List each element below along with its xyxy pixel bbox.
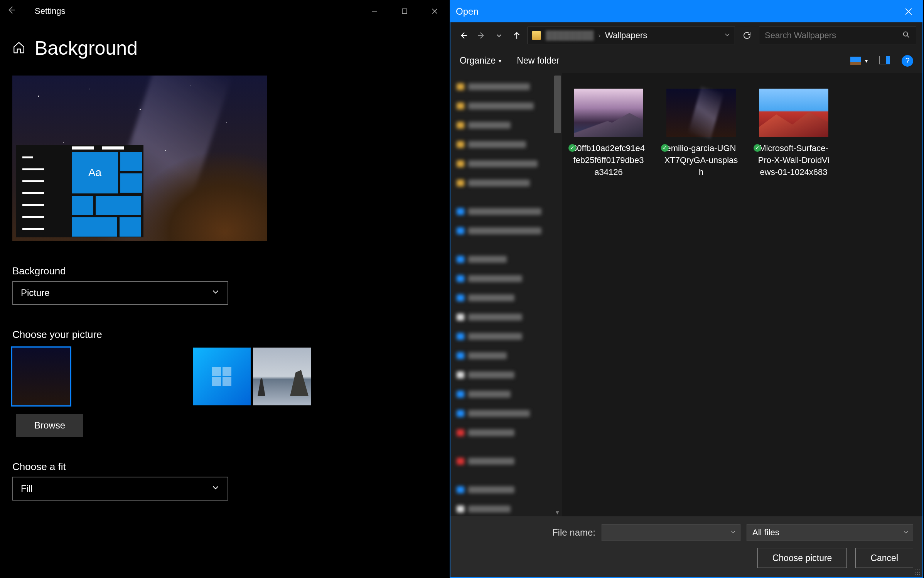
chevron-down-icon[interactable] — [730, 529, 736, 536]
file-name: 30ffb10ad2efc91e4feb25f6ff0179dbe3a34126 — [572, 143, 645, 177]
dialog-sidebar[interactable]: ▲ ▼ — [450, 73, 562, 516]
background-label: Background — [12, 265, 450, 277]
breadcrumb-current[interactable]: Wallpapers — [605, 30, 647, 40]
file-thumbnail — [759, 89, 828, 137]
sync-status-icon: ✓ — [754, 144, 761, 152]
svg-rect-3 — [850, 62, 861, 65]
close-button[interactable] — [420, 0, 450, 22]
search-box[interactable] — [759, 27, 916, 44]
fit-value: Fill — [21, 483, 33, 494]
caret-down-icon: ▾ — [499, 58, 501, 64]
file-thumbnail — [574, 89, 643, 137]
dialog-footer: File name: All files Choose picture Canc… — [450, 516, 922, 577]
dialog-titlebar[interactable]: Open — [450, 1, 922, 22]
folder-icon — [532, 31, 541, 40]
svg-rect-5 — [886, 56, 890, 64]
sidebar-scrollbar[interactable]: ▲ ▼ — [553, 73, 562, 516]
cancel-button[interactable]: Cancel — [855, 548, 913, 568]
preview-tile-aa: Aa — [72, 152, 118, 193]
dialog-close-button[interactable] — [895, 1, 922, 22]
filename-label: File name: — [552, 527, 595, 538]
picture-thumb-3[interactable] — [193, 348, 251, 405]
file-name: emilio-garcia-UGNXT7QryGA-unsplash — [664, 143, 738, 177]
caret-down-icon: ▾ — [865, 58, 868, 64]
sync-status-icon: ✓ — [568, 144, 576, 152]
file-item[interactable]: ✓30ffb10ad2efc91e4feb25f6ff0179dbe3a3412… — [570, 89, 647, 178]
background-preview: Aa — [12, 76, 267, 241]
resize-grip[interactable] — [914, 569, 921, 576]
file-list[interactable]: ✓30ffb10ad2efc91e4feb25f6ff0179dbe3a3412… — [562, 73, 922, 516]
file-item[interactable]: ✓Microsoft-Surface-Pro-X-Wall-DroidViews… — [755, 89, 832, 178]
nav-up-button[interactable] — [510, 29, 524, 42]
minimize-button[interactable] — [359, 0, 389, 22]
maximize-button[interactable] — [389, 0, 420, 22]
dialog-navbar: ████████ › Wallpapers — [450, 22, 922, 49]
new-folder-button[interactable]: New folder — [517, 55, 559, 66]
settings-titlebar: Settings — [0, 0, 450, 22]
window-title: Settings — [35, 6, 66, 16]
svg-point-1 — [904, 32, 908, 36]
nav-back-button[interactable] — [457, 29, 470, 42]
breadcrumb-parent: ████████ — [546, 30, 594, 40]
nav-recent-button[interactable] — [492, 29, 506, 42]
fit-select[interactable]: Fill — [12, 477, 228, 501]
back-button[interactable] — [0, 5, 22, 18]
preview-pane-button[interactable] — [879, 56, 890, 66]
file-name: Microsoft-Surface-Pro-X-Wall-DroidViews-… — [758, 143, 830, 177]
settings-window: Settings Background — [0, 0, 450, 578]
file-item[interactable]: ✓emilio-garcia-UGNXT7QryGA-unsplash — [663, 89, 740, 178]
organize-label: Organize — [460, 55, 496, 66]
choose-fit-label: Choose a fit — [12, 461, 450, 473]
home-icon[interactable] — [12, 41, 25, 55]
picture-thumb-2[interactable] — [133, 348, 191, 405]
page-title: Background — [35, 37, 138, 59]
preview-startmenu-list — [16, 145, 70, 237]
preview-startmenu-tiles: Aa — [70, 145, 143, 237]
background-type-select[interactable]: Picture — [12, 281, 228, 305]
file-thumbnail — [666, 89, 736, 137]
chevron-down-icon — [211, 483, 220, 494]
new-folder-label: New folder — [517, 55, 559, 66]
filter-value: All files — [752, 528, 779, 538]
file-type-filter[interactable]: All files — [747, 524, 913, 541]
filename-input[interactable] — [602, 524, 740, 541]
choose-picture-button[interactable]: Choose picture — [757, 548, 847, 568]
scrollbar-thumb[interactable] — [554, 76, 561, 133]
dialog-toolbar: Organize ▾ New folder ▾ ? — [450, 49, 922, 73]
chevron-down-icon — [211, 287, 220, 298]
address-bar[interactable]: ████████ › Wallpapers — [528, 27, 735, 44]
choose-picture-label: Choose your picture — [12, 329, 450, 341]
search-input[interactable] — [765, 30, 902, 40]
search-icon — [902, 30, 911, 40]
refresh-button[interactable] — [739, 27, 755, 44]
browse-button[interactable]: Browse — [16, 414, 83, 437]
view-mode-button[interactable]: ▾ — [850, 57, 868, 65]
nav-forward-button[interactable] — [474, 29, 488, 42]
dialog-title: Open — [456, 6, 479, 17]
organize-menu[interactable]: Organize ▾ — [460, 55, 501, 66]
background-type-value: Picture — [21, 287, 50, 298]
picture-thumb-1[interactable] — [73, 348, 130, 405]
open-file-dialog: Open ████████ › Wallpapers Organize ▾ Ne… — [450, 0, 923, 578]
picture-thumb-4[interactable] — [253, 348, 311, 405]
svg-rect-0 — [402, 9, 407, 13]
sync-status-icon: ✓ — [661, 144, 669, 152]
breadcrumb-separator: › — [599, 32, 600, 39]
chevron-down-icon[interactable] — [724, 31, 731, 40]
picture-thumb-0[interactable] — [12, 348, 70, 405]
chevron-down-icon — [903, 528, 909, 538]
help-button[interactable]: ? — [902, 55, 913, 67]
